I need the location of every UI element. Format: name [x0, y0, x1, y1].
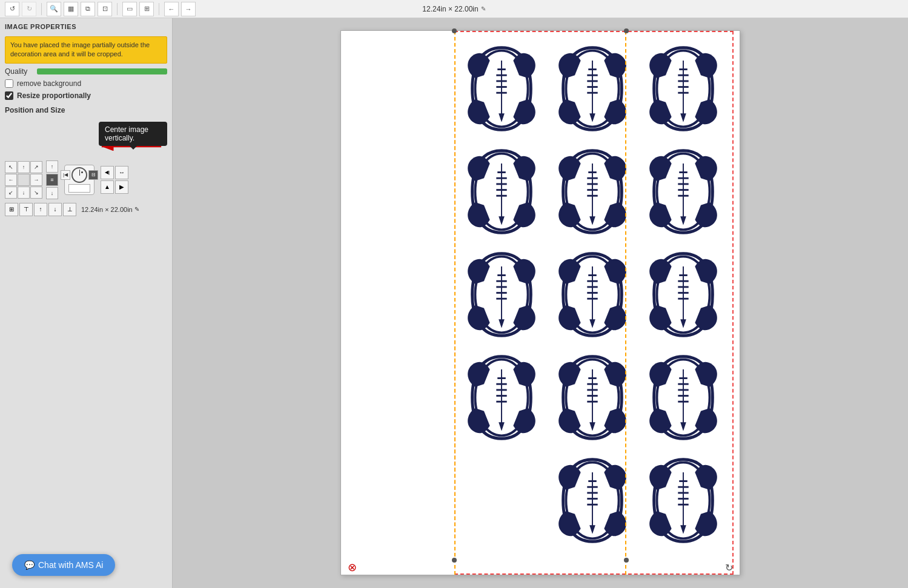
corner-handle-tl[interactable] [452, 28, 457, 33]
football-cell-5 [547, 140, 638, 243]
football-cell-7 [456, 243, 547, 346]
football-grid [456, 37, 625, 552]
football-svg-9 [644, 249, 723, 340]
canvas-container: ⊗ ↻ [340, 30, 740, 575]
forward-button[interactable]: → [181, 2, 196, 16]
warning-box: You have placed the image partially outs… [5, 36, 167, 64]
football-svg-12 [644, 352, 723, 443]
bring-front[interactable]: ⊤ [19, 203, 33, 216]
remove-background-checkbox[interactable] [5, 79, 13, 88]
align-left-btn[interactable]: ◀| [101, 166, 114, 179]
grid-button[interactable]: ▦ [64, 2, 78, 16]
corner-handle-tr[interactable] [624, 28, 629, 33]
send-back[interactable]: ⊥ [63, 203, 76, 216]
chat-icon: 💬 [24, 560, 35, 570]
flip-arrow[interactable]: ▶ [115, 180, 128, 194]
rotate-dial[interactable] [71, 167, 87, 183]
layer-stack[interactable]: ⊞ [5, 203, 18, 216]
back-button[interactable]: ← [164, 2, 179, 16]
align-middle-v[interactable]: ≡ [46, 174, 58, 186]
center-vertical-button[interactable]: ⊟ [88, 170, 98, 180]
center-vertical-tooltip: Center image vertically. [99, 122, 167, 146]
move-center[interactable] [18, 174, 30, 186]
redo-button[interactable]: ↻ [22, 2, 36, 16]
chat-ams-ai-button[interactable]: 💬 Chat with AMS Ai [12, 554, 115, 576]
rect-button[interactable]: ▭ [122, 2, 137, 16]
controls-row1: ↖ ↑ ↗ ← → ↙ ↓ ↘ ↑ ≡ ↓ [5, 160, 167, 199]
main-layout: IMAGE PROPERTIES You have placed the ima… [0, 18, 908, 588]
layers-button[interactable]: ⊞ [139, 2, 154, 16]
football-cell-4 [456, 140, 547, 243]
resize-row: Resize proportionally [5, 91, 167, 100]
move-down[interactable]: ↓ [18, 187, 30, 199]
football-svg-5 [553, 146, 632, 237]
rotate-reset[interactable]: |◀ [61, 170, 70, 180]
remove-background-label[interactable]: remove background [17, 79, 81, 88]
football-cell-1 [456, 37, 547, 140]
football-svg-10 [462, 352, 541, 443]
move-bottom-right[interactable]: ↘ [30, 187, 42, 199]
separator-3 [159, 3, 159, 15]
move-right[interactable]: → [30, 174, 42, 186]
panel-title: IMAGE PROPERTIES [5, 23, 167, 30]
size-edit-icon[interactable]: ✎ [481, 5, 486, 12]
football-svg-13 [553, 455, 632, 546]
zoom-button[interactable]: 🔍 [47, 2, 61, 16]
rotate-input[interactable]: 0 [68, 184, 90, 193]
quality-label: Quality [5, 67, 32, 76]
flip-controls: ◀| ↔ ▲ ▶ [101, 166, 128, 194]
football-svg-4 [462, 146, 541, 237]
football-cell-6 [638, 140, 729, 243]
move-left[interactable]: ← [5, 174, 17, 186]
flip-vertical[interactable]: ▲ [101, 180, 114, 194]
resize-proportionally-checkbox[interactable] [5, 91, 13, 100]
controls-area: ↖ ↑ ↗ ← → ↙ ↓ ↘ ↑ ≡ ↓ [5, 160, 167, 216]
canvas-area: ⊗ ↻ [173, 18, 908, 588]
football-cell-2 [547, 37, 638, 140]
football-cell-8 [547, 243, 638, 346]
move-up[interactable]: ↑ [18, 161, 30, 173]
undo-button[interactable]: ↺ [5, 2, 19, 16]
football-svg-2 [553, 43, 632, 134]
remove-bg-row: remove background [5, 79, 167, 88]
bring-up[interactable]: ↑ [34, 203, 47, 216]
refresh-icon[interactable]: ↻ [723, 561, 735, 573]
directional-grid: ↖ ↑ ↗ ← → ↙ ↓ ↘ [5, 161, 42, 199]
move-top-left[interactable]: ↖ [5, 161, 17, 173]
move-top-right[interactable]: ↗ [30, 161, 42, 173]
top-toolbar: ↺ ↻ 🔍 ▦ ⧉ ⊡ ▭ ⊞ ← → 12.24in × 22.00in ✎ [0, 0, 908, 18]
paste-button[interactable]: ⊡ [98, 2, 112, 16]
canvas-bottom-bar: ⊗ ↻ [341, 560, 740, 575]
football-svg-6 [644, 146, 723, 237]
align-bottom[interactable]: ↓ [46, 187, 58, 199]
send-down[interactable]: ↓ [48, 203, 62, 216]
football-svg-8 [553, 249, 632, 340]
vertical-align-col: ↑ ≡ ↓ [46, 160, 58, 199]
separator-1 [41, 3, 42, 15]
flip-horizontal[interactable]: ↔ [115, 166, 128, 179]
football-svg-3 [644, 43, 723, 134]
flip-grid: ◀| ↔ ▲ ▶ [101, 166, 128, 194]
football-cell-9 [638, 243, 729, 346]
football-svg-1 [462, 43, 541, 134]
tooltip-container: Center image vertically. [5, 121, 167, 139]
resize-proportionally-label[interactable]: Resize proportionally [17, 91, 91, 100]
align-top[interactable]: ↑ [46, 160, 58, 173]
cancel-icon[interactable]: ⊗ [346, 561, 358, 573]
football-cell-13 [547, 449, 638, 552]
football-cell-10 [456, 346, 547, 449]
rotate-widget: |◀ ⊟ 0 [64, 165, 94, 195]
copy-button[interactable]: ⧉ [81, 2, 95, 16]
move-bottom-left[interactable]: ↙ [5, 187, 17, 199]
left-panel: IMAGE PROPERTIES You have placed the ima… [0, 18, 173, 588]
size-display: 12.24in × 22.00in ✎ [81, 206, 139, 213]
separator-2 [117, 3, 118, 15]
size-label-toolbar: 12.24in × 22.00in ✎ [422, 5, 485, 13]
layer-row: ⊞ ⊤ ↑ ↓ ⊥ 12.24in × 22.00in ✎ [5, 203, 167, 216]
football-cell-11 [547, 346, 638, 449]
quality-bar-fill [37, 68, 167, 74]
size-edit-icon[interactable]: ✎ [134, 206, 139, 213]
football-svg-7 [462, 249, 541, 340]
football-svg-11 [553, 352, 632, 443]
football-cell-3 [638, 37, 729, 140]
